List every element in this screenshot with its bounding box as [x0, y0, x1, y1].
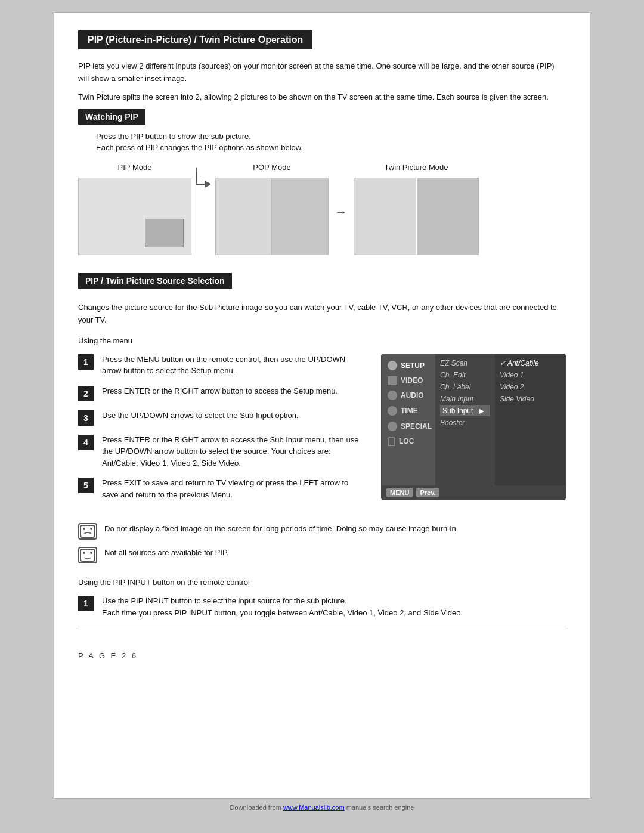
menu-loc-label: LOC — [399, 437, 414, 445]
menu-side-video: Side Video — [500, 394, 561, 404]
watching-pip-text1: Press the PIP button to show the sub pic… — [96, 132, 566, 141]
pip-step-text-1: Use the PIP INPUT button to select the i… — [102, 595, 463, 618]
menu-item-special: SPECIAL — [385, 420, 432, 433]
svg-rect-0 — [80, 525, 95, 537]
menu-screenshot: SETUP VIDEO AUDIO TIME — [381, 354, 566, 500]
note-icon-2 — [78, 547, 97, 563]
note-row-2: Not all sources are available for PIP. — [78, 547, 566, 563]
menu-main-input: Main Input — [440, 394, 490, 404]
svg-point-2 — [90, 528, 92, 530]
menu-item-audio: AUDIO — [385, 389, 432, 402]
arrow-right-icon: → — [335, 205, 348, 220]
menu-video1: Video 1 — [500, 370, 561, 380]
corner-arrow — [191, 163, 215, 225]
menu-special-label: SPECIAL — [401, 422, 432, 431]
twin-diagram — [354, 178, 479, 255]
divider — [78, 627, 566, 627]
menu-btn-prev: Prev. — [416, 488, 439, 497]
twin-right — [417, 178, 478, 255]
step-text-4: Press ENTER or the RIGHT arrow to access… — [102, 434, 363, 469]
step-row-1: 1 Press the MENU button on the remote co… — [78, 354, 363, 377]
notes-section: Do not display a fixed image on the scre… — [78, 523, 566, 563]
pop-diagram — [215, 178, 329, 255]
twin-left — [354, 178, 416, 255]
menu-inner: SETUP VIDEO AUDIO TIME — [382, 354, 565, 485]
menu-item-loc: LOC — [385, 435, 432, 448]
pop-right — [272, 178, 328, 255]
special-icon — [388, 422, 397, 431]
menu-mid-col: EZ Scan Ch. Edit Ch. Label Main Input Su… — [435, 354, 495, 485]
pip-mode-label: PIP Mode — [118, 163, 152, 172]
pip-diagram — [78, 178, 191, 255]
watching-pip-label: Watching PIP — [78, 109, 145, 125]
step-num-3: 3 — [78, 410, 94, 426]
modes-row: PIP Mode POP Mode — [78, 163, 566, 255]
intro-text-2: Twin Picture splits the screen into 2, a… — [78, 91, 566, 104]
menu-right-col: ✓ Ant/Cable Video 1 Video 2 Side Video — [495, 354, 565, 485]
step-row-4: 4 Press ENTER or the RIGHT arrow to acce… — [78, 434, 363, 469]
step-text-5: Press EXIT to save and return to TV view… — [102, 477, 363, 500]
main-title: PIP (Picture-in-Picture) / Twin Picture … — [78, 30, 312, 49]
svg-point-4 — [83, 552, 85, 554]
step-row-3: 3 Use the UP/DOWN arrows to select the S… — [78, 410, 363, 426]
source-section: Changes the picture source for the Sub P… — [78, 302, 566, 618]
steps-and-menu: 1 Press the MENU button on the remote co… — [78, 354, 566, 509]
lock-icon — [388, 437, 395, 446]
menu-ch-edit: Ch. Edit — [440, 370, 490, 380]
step-text-1: Press the MENU button on the remote cont… — [102, 354, 363, 377]
pip-mode-block: PIP Mode — [78, 163, 191, 255]
menu-ez-scan: EZ Scan — [440, 358, 490, 368]
menu-booster: Booster — [440, 417, 490, 428]
footer-bar: Downloaded from www.Manualslib.com manua… — [54, 804, 590, 811]
page-container: PIP (Picture-in-Picture) / Twin Picture … — [54, 12, 590, 799]
step-text-2: Press ENTER or the RIGHT arrow button to… — [102, 385, 338, 397]
menu-ch-label: Ch. Label — [440, 382, 490, 392]
time-icon — [388, 406, 397, 416]
source-section-label: PIP / Twin Picture Source Selection — [78, 273, 232, 289]
menu-sub-input: Sub Input ▶ — [440, 405, 490, 416]
svg-point-1 — [83, 528, 85, 530]
step-num-2: 2 — [78, 386, 94, 401]
watching-pip-text2: Each press of PIP changes the PIP option… — [96, 143, 566, 152]
step-num-1: 1 — [78, 354, 94, 370]
arrow-to-twin: → — [329, 163, 354, 220]
menu-setup-label: SETUP — [401, 361, 425, 370]
twin-mode-block: Twin Picture Mode — [354, 163, 479, 255]
pip-step-row-1: 1 Use the PIP INPUT button to select the… — [78, 595, 566, 618]
step-num-5: 5 — [78, 478, 94, 493]
menu-btn-menu: MENU — [386, 488, 413, 497]
footer-text: Downloaded from — [230, 804, 283, 811]
footer-rest: manuals search engine — [345, 804, 414, 811]
page-number: P A G E 2 6 — [78, 651, 566, 660]
note-icon-1 — [78, 523, 97, 540]
pip-input-label: Using the PIP INPUT button on the remote… — [78, 578, 566, 587]
menu-video2: Video 2 — [500, 382, 561, 392]
menu-video-label: VIDEO — [401, 376, 423, 385]
step-num-4: 4 — [78, 435, 94, 450]
note-row-1: Do not display a fixed image on the scre… — [78, 523, 566, 540]
audio-icon — [388, 391, 397, 400]
twin-mode-label: Twin Picture Mode — [385, 163, 448, 172]
menu-left-col: SETUP VIDEO AUDIO TIME — [382, 354, 435, 485]
step-row-2: 2 Press ENTER or the RIGHT arrow button … — [78, 385, 363, 401]
step-text-3: Use the UP/DOWN arrows to select the Sub… — [102, 410, 298, 422]
pip-sub-box — [145, 219, 184, 247]
menu-audio-label: AUDIO — [401, 391, 424, 400]
steps-column: 1 Press the MENU button on the remote co… — [78, 354, 363, 509]
source-intro: Changes the picture source for the Sub P… — [78, 302, 566, 327]
step-row-5: 5 Press EXIT to save and return to TV vi… — [78, 477, 363, 500]
using-menu-label: Using the menu — [78, 336, 566, 345]
setup-icon — [388, 361, 397, 370]
pip-input-section: Using the PIP INPUT button on the remote… — [78, 578, 566, 618]
menu-time-label: TIME — [401, 407, 418, 415]
menu-item-setup: SETUP — [385, 359, 432, 372]
intro-text-1: PIP lets you view 2 different inputs (so… — [78, 60, 566, 85]
pip-step-num-1: 1 — [78, 596, 94, 611]
pop-left — [216, 178, 272, 255]
svg-rect-3 — [80, 549, 95, 561]
note-text-1: Do not display a fixed image on the scre… — [104, 523, 458, 535]
footer-link[interactable]: www.Manualslib.com — [283, 804, 345, 811]
pop-mode-label: POP Mode — [253, 163, 290, 172]
menu-ant-cable: ✓ Ant/Cable — [500, 358, 561, 368]
pop-mode-block: POP Mode — [215, 163, 329, 255]
